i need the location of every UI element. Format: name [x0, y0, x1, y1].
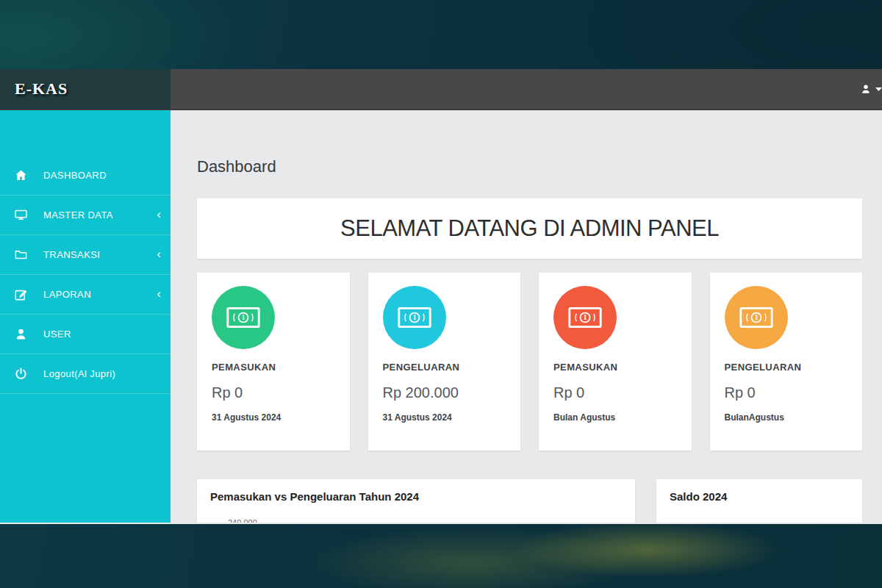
sidebar-item-label: MASTER DATA — [43, 209, 113, 220]
welcome-text: SELAMAT DATANG DI ADMIN PANEL — [340, 215, 719, 241]
money-icon — [725, 286, 788, 349]
money-icon — [383, 286, 446, 349]
sidebar-item-label: DASHBOARD — [43, 170, 107, 181]
sidebar-item-laporan[interactable]: LAPORAN ‹ — [0, 275, 171, 315]
chart-axis-tick: 240.000 — [228, 518, 622, 523]
stat-label: PEMASUKAN — [553, 362, 677, 373]
stat-value: Rp 200.000 — [383, 384, 506, 401]
edit-icon — [15, 288, 27, 301]
stat-value: Rp 0 — [553, 384, 677, 401]
stat-value: Rp 0 — [212, 384, 335, 401]
power-icon — [15, 368, 27, 380]
money-icon — [212, 286, 275, 349]
chevron-left-icon: ‹ — [157, 287, 161, 301]
stat-period: BulanAgustus — [725, 412, 848, 423]
stat-card-pemasukan-harian: PEMASUKAN Rp 0 31 Agustus 2024 — [197, 273, 350, 451]
welcome-banner: SELAMAT DATANG DI ADMIN PANEL — [197, 198, 862, 259]
sidebar: DASHBOARD MASTER DATA ‹ TRANSAKSI ‹ — [0, 110, 171, 523]
user-menu[interactable] — [858, 69, 882, 109]
page-title: Dashboard — [197, 157, 862, 176]
caret-down-icon — [875, 87, 882, 91]
top-navbar: E-KAS — [0, 69, 882, 110]
stat-period: 31 Agustus 2024 — [383, 412, 506, 423]
sidebar-item-master-data[interactable]: MASTER DATA ‹ — [0, 196, 171, 235]
sidebar-item-user[interactable]: USER — [0, 315, 171, 354]
sidebar-item-label: LAPORAN — [43, 289, 91, 300]
stat-cards-row: PEMASUKAN Rp 0 31 Agustus 2024 PENGELUAR… — [197, 273, 862, 451]
sidebar-item-logout[interactable]: Logout(Al Jupri) — [0, 354, 171, 394]
money-icon — [553, 286, 617, 349]
main-content: Dashboard SELAMAT DATANG DI ADMIN PANEL … — [171, 110, 882, 523]
sidebar-item-transaksi[interactable]: TRANSAKSI ‹ — [0, 235, 171, 275]
stat-period: Bulan Agustus — [553, 412, 677, 423]
chevron-left-icon: ‹ — [157, 207, 161, 222]
charts-row: Pemasukan vs Pengeluaran Tahun 2024 240.… — [197, 479, 862, 523]
stat-label: PENGELUARAN — [383, 362, 506, 373]
stat-card-pengeluaran-bulanan: PENGELUARAN Rp 0 BulanAgustus — [710, 273, 863, 451]
sidebar-item-label: Logout(Al Jupri) — [43, 368, 115, 379]
user-icon — [15, 328, 27, 340]
sidebar-item-dashboard[interactable]: DASHBOARD — [0, 156, 171, 196]
stat-label: PEMASUKAN — [212, 362, 335, 373]
stat-card-pemasukan-bulanan: PEMASUKAN Rp 0 Bulan Agustus — [539, 273, 692, 451]
desktop-icon — [15, 209, 27, 221]
sidebar-item-label: USER — [43, 329, 71, 340]
sidebar-item-label: TRANSAKSI — [43, 249, 100, 260]
stat-period: 31 Agustus 2024 — [212, 412, 335, 423]
stat-value: Rp 0 — [725, 384, 848, 401]
chart-card-saldo: Saldo 2024 — [656, 479, 862, 523]
user-icon — [861, 84, 871, 94]
chart-title: Saldo 2024 — [670, 490, 849, 503]
app-window: E-KAS DASHBOARD MASTER DA — [0, 69, 882, 524]
chart-card-pemasukan-vs-pengeluaran: Pemasukan vs Pengeluaran Tahun 2024 240.… — [197, 479, 635, 523]
chart-title: Pemasukan vs Pengeluaran Tahun 2024 — [210, 490, 622, 503]
brand-logo: E-KAS — [15, 79, 68, 98]
folder-icon — [15, 248, 27, 261]
chevron-left-icon: ‹ — [157, 247, 161, 262]
stat-card-pengeluaran-harian: PENGELUARAN Rp 200.000 31 Agustus 2024 — [368, 273, 521, 451]
home-icon — [15, 169, 27, 182]
stat-label: PENGELUARAN — [725, 362, 848, 373]
brand-area: E-KAS — [0, 69, 171, 109]
